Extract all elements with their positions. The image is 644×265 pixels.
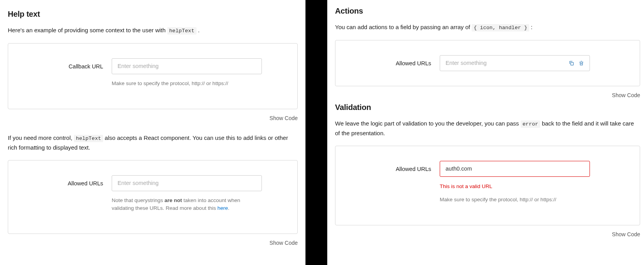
actions-desc: You can add actions to a field by passin… [335,23,640,32]
actions-code: { icon, handler } [472,24,529,31]
help-text-desc: Here's an example of providing some cont… [8,26,298,35]
copy-icon[interactable] [566,58,576,68]
allowed-urls-help: Note that querystrings are not taken int… [112,197,262,213]
validation-allowed-urls-input[interactable] [440,161,590,177]
svg-rect-0 [570,62,573,65]
help-text-title: Help text [8,8,298,20]
helptext-code: helpText [167,27,197,35]
para2-text: If you need more control, [8,134,74,141]
actions-allowed-urls-label: Allowed URLs [345,55,431,68]
allowed-urls-input[interactable] [112,175,262,191]
actions-input-wrapper [440,55,590,71]
actions-desc-text: : [529,24,532,30]
help-span: . [228,205,230,211]
validation-allowed-urls-label: Allowed URLs [345,161,431,174]
helptext-code-2: helpText [74,135,103,142]
callback-url-label: Callback URL [18,58,103,71]
desc-text: Here's an example of providing some cont… [8,27,167,33]
callback-url-input[interactable] [112,58,262,74]
validation-desc: We leave the logic part of validation to… [335,119,640,138]
actions-desc-text: You can add actions to a field by passin… [335,24,472,30]
help-text-example-card: Callback URL Make sure to specify the pr… [8,43,298,109]
validation-example-card: Allowed URLs This is not a valid URL Mak… [335,146,640,226]
help-text-example2-card: Allowed URLs Note that querystrings are … [8,160,298,234]
desc-text: . [197,27,200,33]
help-span: Note that querystrings [112,197,165,203]
here-link[interactable]: here [218,205,228,211]
help-text-para2: If you need more control, helpText also … [8,133,298,152]
actions-allowed-urls-input[interactable] [440,56,566,71]
help-bold: are not [165,197,182,203]
callback-url-help: Make sure to specify the protocol, http:… [112,80,262,88]
show-code-link[interactable]: Show Code [270,240,298,246]
validation-desc-text: We leave the logic part of validation to… [335,120,521,127]
allowed-urls-label: Allowed URLs [18,175,103,188]
show-code-link[interactable]: Show Code [612,92,640,98]
trash-icon[interactable] [576,58,586,68]
validation-code: error [521,120,540,128]
show-code-link[interactable]: Show Code [612,231,640,237]
validation-error-text: This is not a valid URL [440,182,590,191]
show-code-link[interactable]: Show Code [270,115,298,121]
validation-help-text: Make sure to specify the protocol, http:… [440,196,590,204]
actions-title: Actions [335,5,640,17]
actions-example-card: Allowed URLs [335,40,640,86]
validation-title: Validation [335,101,640,113]
